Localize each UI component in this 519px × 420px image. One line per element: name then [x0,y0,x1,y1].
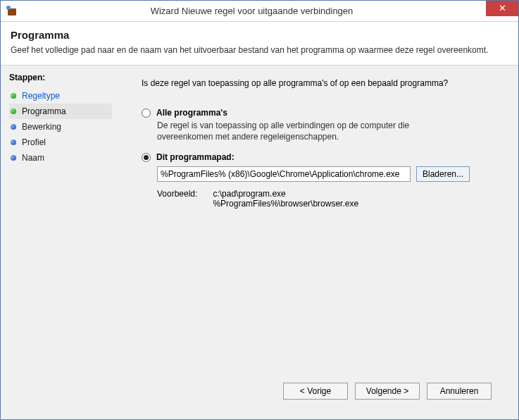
bullet-current-icon [11,109,16,114]
next-button[interactable]: Volgende > [355,383,420,400]
step-bewerking[interactable]: Bewerking [9,119,112,135]
wizard-window: Wizard Nieuwe regel voor uitgaande verbi… [0,0,519,420]
example-values: c:\pad\program.exe %ProgramFiles%\browse… [213,189,358,209]
wizard-footer: < Vorige Volgende > Annuleren [142,374,504,412]
bullet-pending-icon [11,155,16,161]
firewall-icon [6,6,18,17]
question-text: Is deze regel van toepassing op alle pro… [142,78,504,88]
step-regeltype[interactable]: Regeltype [9,88,112,104]
bullet-done-icon [11,93,16,99]
titlebar: Wizard Nieuwe regel voor uitgaande verbi… [1,1,518,22]
radio-all-programs[interactable] [142,109,151,118]
body-area: Stappen: Regeltype Programma Bewerking P… [1,66,518,419]
main-panel: Is deze regel van toepassing op alle pro… [120,66,518,419]
step-label: Bewerking [22,122,61,132]
header-section: Programma Geef het volledige pad naar en… [1,22,518,66]
window-title: Wizard Nieuwe regel voor uitgaande verbi… [18,6,486,16]
bullet-pending-icon [11,124,16,130]
steps-sidebar: Stappen: Regeltype Programma Bewerking P… [1,66,120,419]
option-label: Alle programma's [156,108,227,118]
steps-heading: Stappen: [9,73,112,82]
example-label: Voorbeeld: [157,189,197,209]
step-programma[interactable]: Programma [9,104,112,119]
step-label: Naam [22,153,44,163]
close-button[interactable]: ✕ [486,1,518,16]
step-label: Profiel [22,137,46,147]
bullet-pending-icon [11,140,16,145]
page-description: Geef het volledige pad naar en de naam v… [11,45,508,55]
option-label: Dit programmapad: [156,152,235,162]
option-all-programs: Alle programma's De regel is van toepass… [142,108,504,142]
step-label: Regeltype [22,91,60,101]
browse-button[interactable]: Bladeren... [416,166,470,182]
page-title: Programma [11,29,508,41]
step-profiel[interactable]: Profiel [9,135,112,150]
radio-program-path[interactable] [142,153,151,162]
option-program-path: Dit programmapad: Bladeren... Voorbeeld:… [142,152,504,209]
step-naam[interactable]: Naam [9,150,112,166]
step-label: Programma [22,106,66,116]
program-path-input[interactable] [157,166,411,182]
option-description: De regel is van toepassing op alle verbi… [157,120,460,142]
back-button[interactable]: < Vorige [283,383,348,400]
cancel-button[interactable]: Annuleren [427,383,492,400]
